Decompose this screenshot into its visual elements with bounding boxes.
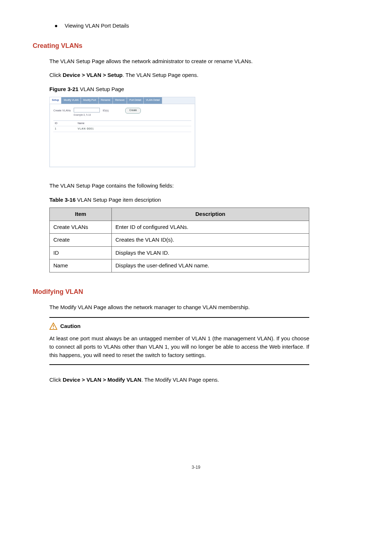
cell-name: VLAN 0001	[76, 126, 191, 132]
table-header-row: Item Description	[50, 208, 309, 221]
cell-item: ID	[50, 246, 112, 259]
table-row: Name Displays the user-defined VLAN name…	[50, 259, 309, 272]
input-wrapper: Example:3, 5-10	[74, 108, 100, 117]
figure-table: ID Name 1 VLAN 0001	[53, 120, 191, 132]
th-description: Description	[112, 208, 309, 221]
table-number: Table 3-16	[49, 197, 75, 203]
text: . The Modify VLAN Page opens.	[141, 377, 219, 383]
cell-id: 1	[53, 126, 76, 132]
tab-remove[interactable]: Remove	[113, 97, 127, 104]
label-create-vlans: Create VLANs	[53, 108, 71, 112]
heading-modifying-vlan: Modifying VLAN	[33, 287, 359, 297]
figure-title: VLAN Setup Page	[78, 86, 124, 92]
col-name-header: Name	[76, 121, 191, 126]
nav-path: Device > VLAN > Setup	[63, 72, 123, 78]
paragraph: The Modify VLAN Page allows the network …	[49, 303, 359, 312]
vlan-id-input[interactable]	[74, 108, 100, 112]
table-caption: Table 3-16 VLAN Setup Page item descript…	[49, 196, 359, 204]
label-ids: ID(s)	[103, 108, 109, 112]
bullet-item: ● Viewing VLAN Port Details	[54, 22, 359, 30]
col-id-header: ID	[53, 121, 76, 126]
cell-desc: Enter ID of configured VLANs.	[112, 221, 309, 234]
bullet-text: Viewing VLAN Port Details	[65, 22, 129, 29]
cell-item: Name	[50, 259, 112, 272]
tab-rename[interactable]: Rename	[99, 97, 113, 104]
figure-vlan-setup: Setup Modify VLAN Modify Port Rename Rem…	[49, 97, 195, 167]
figure-caption: Figure 3-21 VLAN Setup Page	[49, 85, 359, 94]
text: Click	[49, 377, 63, 383]
figure-tabs: Setup Modify VLAN Modify Port Rename Rem…	[50, 97, 195, 104]
cell-desc: Displays the VLAN ID.	[112, 246, 309, 259]
figure-table-row: 1 VLAN 0001	[53, 126, 191, 132]
text: . The VLAN Setup Page opens.	[123, 72, 199, 78]
text: Click	[49, 72, 63, 78]
table-title: VLAN Setup Page item description	[75, 197, 161, 203]
paragraph-nav-path: Click Device > VLAN > Setup. The VLAN Se…	[49, 71, 359, 79]
caution-header: Caution	[49, 322, 309, 331]
caution-body: At least one port must always be an unta…	[49, 334, 309, 360]
th-item: Item	[50, 208, 112, 221]
tab-modify-vlan[interactable]: Modify VLAN	[61, 97, 81, 104]
caution-box: Caution At least one port must always be…	[49, 317, 309, 365]
description-table: Item Description Create VLANs Enter ID o…	[49, 208, 309, 272]
tab-port-detail[interactable]: Port Detail	[127, 97, 144, 104]
nav-path: Device > VLAN > Modify VLAN	[63, 377, 142, 383]
table-row: ID Displays the VLAN ID.	[50, 246, 309, 259]
paragraph: The VLAN Setup Page allows the network a…	[49, 57, 359, 66]
tab-modify-port[interactable]: Modify Port	[81, 97, 98, 104]
figure-number: Figure 3-21	[49, 86, 78, 92]
figure-form-row: Create VLANs Example:3, 5-10 ID(s) Creat…	[50, 104, 195, 119]
caution-label: Caution	[60, 322, 81, 331]
tab-setup[interactable]: Setup	[50, 97, 61, 104]
page-number: 3-19	[33, 464, 359, 471]
table-row: Create VLANs Enter ID of configured VLAN…	[50, 221, 309, 234]
table-row: Create Creates the VLAN ID(s).	[50, 234, 309, 247]
warning-icon	[49, 323, 57, 330]
bullet-dot: ●	[54, 22, 63, 30]
svg-point-2	[53, 328, 54, 329]
cell-desc: Displays the user-defined VLAN name.	[112, 259, 309, 272]
cell-item: Create VLANs	[50, 221, 112, 234]
paragraph-nav-path: Click Device > VLAN > Modify VLAN. The M…	[49, 376, 359, 384]
tab-vlan-detail[interactable]: VLAN Detail	[144, 97, 162, 104]
create-button[interactable]: Create	[125, 108, 141, 114]
paragraph: The VLAN Setup Page contains the followi…	[49, 182, 359, 190]
cell-item: Create	[50, 234, 112, 247]
figure-table-header: ID Name	[53, 121, 191, 127]
example-hint: Example:3, 5-10	[74, 113, 100, 117]
cell-desc: Creates the VLAN ID(s).	[112, 234, 309, 247]
heading-creating-vlans: Creating VLANs	[33, 41, 359, 51]
